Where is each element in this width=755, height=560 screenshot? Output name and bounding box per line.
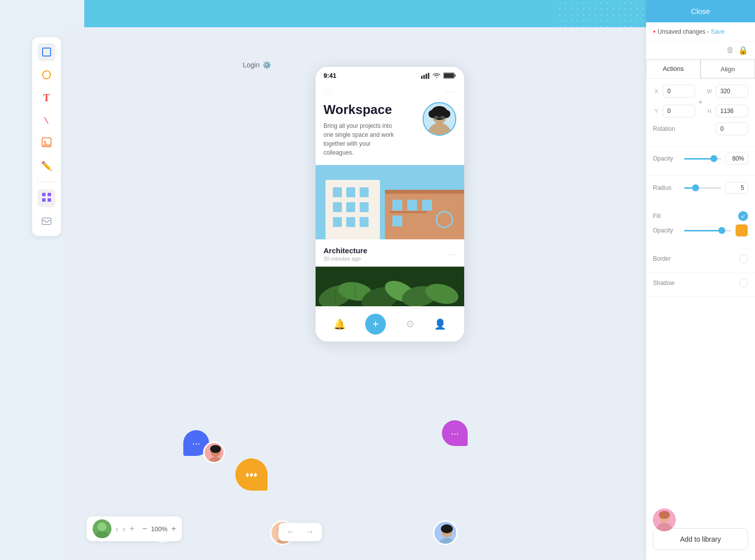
bottom-toolbar: ← →	[278, 523, 322, 541]
add-button[interactable]: +	[365, 314, 386, 335]
svg-rect-38	[392, 216, 402, 226]
w-input[interactable]	[716, 85, 748, 98]
settings-nav-icon[interactable]: ⚙	[406, 318, 415, 330]
heart-icon[interactable]: ♡	[324, 85, 332, 97]
zoom-minus[interactable]: −	[143, 524, 147, 533]
rotation-input[interactable]	[716, 122, 748, 135]
trash-icon[interactable]: 🗑	[726, 46, 734, 55]
svg-rect-9	[424, 75, 425, 79]
h-input[interactable]	[716, 105, 748, 117]
wifi-icon	[432, 73, 440, 79]
svg-point-15	[428, 123, 451, 135]
shadow-label: Shadow	[653, 280, 739, 286]
rectangle-tool[interactable]	[38, 43, 55, 61]
bell-icon[interactable]: 🔔	[333, 318, 346, 330]
user-avatar-toolbar	[93, 519, 111, 538]
nav-back[interactable]: ‹	[115, 524, 118, 534]
border-row: Border	[653, 254, 748, 263]
fill-section: Fill ✓ Opacity	[646, 205, 755, 248]
y-row: Y H	[653, 105, 748, 117]
zoom-plus[interactable]: +	[171, 524, 176, 533]
svg-rect-29	[346, 202, 355, 212]
grid-tool[interactable]	[38, 189, 55, 207]
svg-point-58	[210, 445, 221, 453]
right-panel: Close • Unsaved changes - Save 🗑 🔒 Actio…	[646, 0, 755, 560]
border-toggle[interactable]	[739, 254, 748, 263]
pencil-tool[interactable]: ✏️	[38, 157, 55, 175]
arch-info: Architecture 30 minutes ago ···	[316, 241, 464, 267]
add-library-button[interactable]: Add to library	[653, 528, 748, 550]
color-swatch[interactable]	[735, 224, 748, 237]
svg-point-66	[441, 524, 453, 533]
svg-rect-25	[333, 187, 342, 197]
status-bar: 9:41	[316, 67, 464, 82]
svg-rect-42	[385, 190, 464, 194]
y-input[interactable]	[663, 105, 695, 117]
opacity-thumb[interactable]	[710, 155, 717, 162]
svg-rect-10	[426, 74, 427, 79]
radius-label: Radius	[653, 184, 680, 191]
shadow-row: Shadow	[653, 279, 748, 287]
plants-image	[316, 267, 464, 306]
radius-thumb[interactable]	[692, 184, 699, 191]
architecture-image	[316, 165, 464, 239]
shadow-section: Shadow	[646, 273, 755, 297]
svg-rect-27	[360, 187, 369, 197]
mobile-content-header: ♡ ···	[316, 82, 464, 102]
arch-title: Architecture	[324, 246, 367, 255]
workspace-content: Workspace Bring all your projects into o…	[316, 102, 464, 165]
fill-opacity-track[interactable]	[684, 230, 731, 231]
tab-align[interactable]: Align	[701, 59, 755, 78]
workspace-title: Workspace	[324, 102, 400, 117]
zoom-controls: ‹ › + − 100% +	[87, 516, 182, 541]
toolbar-divider	[36, 182, 57, 182]
user-avatar-pink	[203, 442, 225, 463]
nav-forward[interactable]: ›	[122, 524, 125, 534]
svg-rect-11	[428, 73, 430, 79]
fill-check[interactable]: ✓	[738, 211, 748, 221]
settings-icon[interactable]: ⚙️	[263, 61, 271, 69]
fill-opacity-row: Opacity	[653, 224, 748, 237]
unsaved-dot: •	[653, 27, 656, 36]
mobile-frame: 9:41	[316, 67, 464, 341]
tab-actions[interactable]: Actions	[646, 59, 701, 78]
panel-user-avatar	[653, 508, 676, 531]
w-label: W	[706, 88, 713, 94]
svg-rect-7	[42, 218, 51, 224]
undo-icon[interactable]: ←	[286, 527, 295, 537]
redo-icon[interactable]: →	[305, 527, 314, 537]
svg-rect-41	[390, 211, 427, 213]
fill-opacity-thumb[interactable]	[718, 227, 725, 234]
fill-row: Fill ✓	[653, 211, 748, 221]
nav-add[interactable]: +	[129, 524, 135, 534]
circle-tool[interactable]	[38, 66, 55, 84]
lock-icon[interactable]: 🔒	[738, 46, 748, 55]
profile-nav-icon[interactable]: 👤	[434, 318, 446, 330]
svg-rect-37	[422, 200, 432, 211]
user-avatar-blue-tint	[433, 520, 458, 545]
svg-point-72	[659, 511, 670, 519]
svg-rect-35	[392, 200, 402, 211]
more-icon[interactable]: ···	[446, 87, 456, 95]
profile-avatar	[423, 102, 456, 136]
pen-tool[interactable]: /	[38, 112, 55, 129]
close-button[interactable]: Close	[646, 0, 755, 22]
tab-row: Actions Align	[646, 59, 755, 79]
unsaved-text: Unsaved changes -	[658, 28, 709, 35]
shadow-toggle[interactable]	[739, 279, 748, 287]
save-link[interactable]: Save	[711, 28, 724, 35]
x-input[interactable]	[663, 85, 695, 98]
image-tool[interactable]	[38, 134, 55, 152]
opacity-row: Opacity 80%	[653, 153, 748, 165]
architecture-card: Architecture 30 minutes ago ···	[316, 165, 464, 267]
radius-track[interactable]	[684, 187, 721, 189]
svg-rect-5	[42, 198, 46, 202]
opacity-track[interactable]	[684, 158, 721, 160]
border-section: Border	[646, 248, 755, 273]
arch-more-icon[interactable]: ···	[447, 250, 456, 258]
inbox-tool[interactable]	[38, 212, 55, 230]
canvas[interactable]: Login ⚙️ 9:41	[64, 27, 646, 560]
chat-bubble-yellow: ♦♦♦	[235, 458, 268, 491]
text-tool[interactable]: T	[38, 89, 55, 107]
svg-rect-36	[407, 200, 417, 211]
